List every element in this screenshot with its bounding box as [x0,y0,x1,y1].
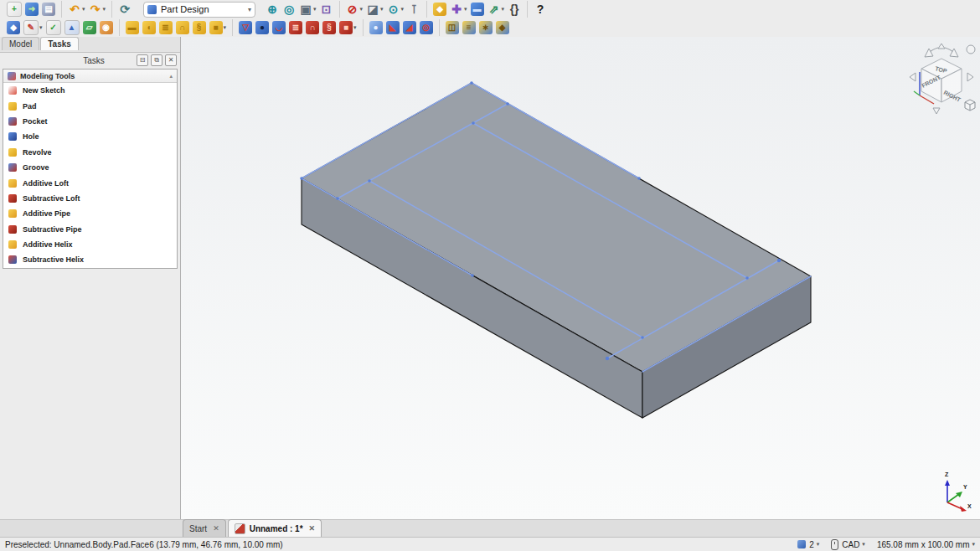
dimensions-dropdown[interactable]: 165.08 mm x 100.00 mm ▾ [877,540,975,549]
additive-loft-icon[interactable]: ≣▾ [157,19,174,36]
workbench-selector[interactable]: Part Design ▾ [143,2,255,18]
close-panel-icon[interactable]: ✕ [165,54,177,66]
y-axis-label: Y [963,484,967,490]
tool-additive-loft[interactable]: Additive Loft [3,175,177,190]
tool-subtractive-helix[interactable]: Subtractive Helix [3,252,177,267]
subtractive-primitive-icon[interactable]: ■▾ [338,19,358,36]
tool-additive-helix[interactable]: Additive Helix [3,237,177,252]
validate-sketch-icon[interactable]: ▲▾ [63,19,81,36]
tab-unnamed[interactable]: Unnamed : 1* ✕ [228,519,322,537]
nav-mini-cube-icon[interactable] [965,100,975,111]
whats-this-icon[interactable]: ?▾ [527,1,549,18]
tool-new-sketch[interactable]: New Sketch [3,83,177,98]
float-panel-icon[interactable]: ⧉ [151,54,162,66]
axonometric-view-icon[interactable]: ▣▾ [297,1,318,18]
modeling-tools-header[interactable]: Modeling Tools ▴ [3,70,177,83]
tool-additive-pipe[interactable]: Additive Pipe [3,206,177,221]
pad-icon [8,102,17,111]
chevron-down-icon[interactable]: ▾ [248,6,251,13]
collapse-arrow-icon[interactable]: ▴ [169,73,173,80]
tool-groove[interactable]: Groove [3,160,177,175]
share-export-icon[interactable]: ⇗▾ [486,1,507,18]
revolution-icon[interactable]: ◖▾ [141,19,157,36]
placement-icon[interactable]: ✚▾ [448,1,469,18]
navigation-cube[interactable]: TOP FRONT RIGHT [906,42,977,116]
create-sketch-icon[interactable]: ✎▾ [22,19,44,36]
close-tab-icon[interactable]: ✕ [213,524,219,533]
refresh-icon[interactable]: ⟳▾ [111,1,133,18]
nav-down-triangle-icon [933,108,940,114]
dock-panel-icon[interactable]: ⊟ [137,54,148,66]
new-sketch-icon [8,86,17,95]
redo-icon[interactable]: ↷▾ [87,1,108,18]
axis-indicator: Z Y X [936,469,973,512]
zoom-fit-all-icon[interactable]: ⊕▾ [264,1,281,18]
revolve-icon [8,148,17,157]
create-body-icon[interactable]: ◆▾ [5,19,22,36]
nav-y-axis-line [914,91,920,95]
additive-primitive-icon[interactable]: ■▾ [208,19,229,36]
panel-title: Tasks [3,56,134,65]
subtractive-loft-icon[interactable]: ≣▾ [287,19,304,36]
close-tab-icon[interactable]: ✕ [309,524,316,533]
tool-revolve[interactable]: Revolve [3,145,177,160]
document-tab-bar: Start ✕ Unnamed : 1* ✕ [0,519,980,537]
document-icon [235,523,245,534]
part-design-toolbar: ◆▾ ✎▾ ✓▾ ▲▾ ▱▾ ◉▾ ▬▾ ◖▾ ≣▾ ∩▾ §▾ ■▾ ▽▾ ●… [0,18,980,38]
zoom-selection-icon[interactable]: ◎▾ [281,1,297,18]
expressions-icon[interactable]: {}▾ [506,1,523,18]
measure-icon[interactable]: ⊺▾ [405,1,422,18]
new-document-icon[interactable]: +▾ [5,1,23,18]
fillet-icon[interactable]: ●▾ [363,19,384,36]
edit-sketch-icon[interactable]: ✓▾ [44,19,63,36]
create-group-icon[interactable]: ▬▾ [469,1,486,18]
clipping-plane-icon[interactable]: ⊘▾ [339,1,365,18]
subtractive-pipe-icon[interactable]: ∩▾ [304,19,321,36]
nav-up-triangle-icon [938,44,945,49]
pocket-icon[interactable]: ▽▾ [232,19,254,36]
tool-pad[interactable]: Pad [3,98,177,113]
pad-icon[interactable]: ▬▾ [119,19,141,36]
tool-subtractive-pipe[interactable]: Subtractive Pipe [3,222,177,237]
thickness-icon[interactable]: ◎▾ [418,19,435,36]
viewport-3d[interactable]: TOP FRONT RIGHT Z Y X [181,37,980,519]
tool-subtractive-loft[interactable]: Subtractive Loft [3,191,177,206]
tab-tasks[interactable]: Tasks [40,37,79,50]
document-tabs: Start ✕ Unnamed : 1* ✕ [183,519,323,537]
align-view-icon[interactable]: ⊡▾ [318,1,335,18]
modeling-tools-items: New Sketch Pad Pocket Hole [3,83,177,268]
mirrored-icon[interactable]: ◫▾ [439,19,461,36]
mouse-icon [831,539,838,550]
additive-helix-icon[interactable]: §▾ [191,19,208,36]
hole-icon[interactable]: ●▾ [254,19,271,36]
undo-icon[interactable]: ↶▾ [61,1,87,18]
open-document-icon[interactable]: ➜▾ [23,1,40,18]
additive-pipe-icon[interactable]: ∩▾ [174,19,191,36]
create-part-icon[interactable]: ◆▾ [426,1,448,18]
tab-model[interactable]: Model [2,37,39,50]
main-toolbar: +▾ ➜▾ ▤▾ ↶▾ ↷▾ ⟳▾ Part Design ▾ ⊕▾ ◎▾ ▣▾… [0,0,980,18]
polar-pattern-icon[interactable]: ∗▾ [477,19,494,36]
chamfer-icon[interactable]: ◣▾ [384,19,401,36]
groove-icon[interactable]: ◡▾ [271,19,287,36]
subtractive-helix-icon[interactable]: §▾ [321,19,338,36]
create-clone-icon[interactable]: ◉▾ [98,19,115,36]
status-bar: Preselected: Unnamed.Body.Pad.Face6 (13.… [0,537,980,551]
part-design-tool-group: ◆▾ ✎▾ ✓▾ ▲▾ ▱▾ ◉▾ ▬▾ ◖▾ ≣▾ ∩▾ §▾ ■▾ ▽▾ ●… [5,19,511,36]
zoom-tools-icon[interactable]: ⊙▾ [385,1,406,18]
nav-cube-faces[interactable]: TOP FRONT RIGHT [921,59,962,103]
nav-style-dropdown[interactable]: CAD ▾ [831,539,865,550]
map-sketch-icon[interactable]: ▱▾ [81,19,98,36]
subtractive-loft-icon [8,194,17,203]
layers-dropdown[interactable]: 2 ▾ [797,540,819,549]
tool-hole[interactable]: Hole [3,129,177,144]
linear-pattern-icon[interactable]: ≡▾ [461,19,477,36]
tool-pocket[interactable]: Pocket [3,114,177,129]
draft-icon[interactable]: ◢▾ [401,19,418,36]
file-tool-group: +▾ ➜▾ ▤▾ ↶▾ ↷▾ ⟳▾ [5,1,133,18]
save-document-icon[interactable]: ▤▾ [40,1,57,18]
draw-style-icon[interactable]: ◪▾ [364,1,385,18]
multitransform-icon[interactable]: ◈▾ [494,19,511,36]
tab-start[interactable]: Start ✕ [183,519,226,537]
chevron-down-icon: ▾ [972,541,975,548]
